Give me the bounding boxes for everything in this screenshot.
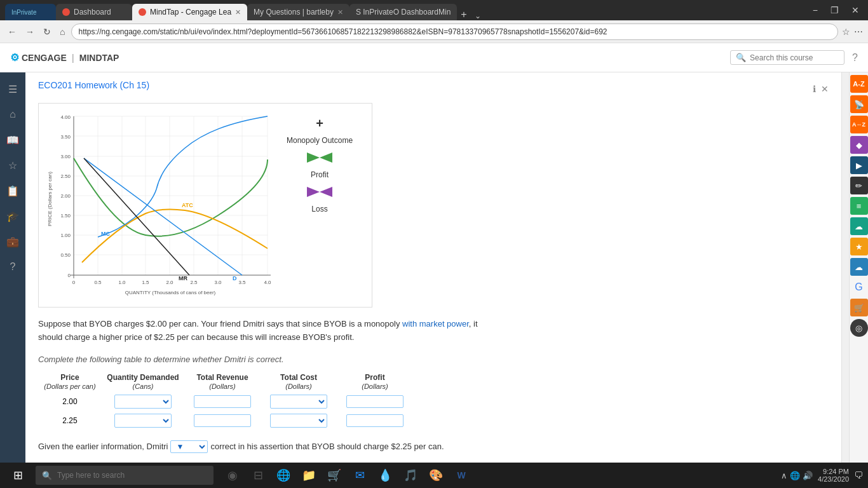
- tool-google[interactable]: G: [850, 278, 868, 296]
- taskbar-time[interactable]: 9:24 PM 4/23/2020: [818, 468, 849, 483]
- network-icon[interactable]: 🌐: [790, 471, 800, 480]
- sidebar-item-home[interactable]: ⌂: [1, 103, 24, 126]
- svg-text:1.5: 1.5: [142, 280, 149, 285]
- svg-text:3.0: 3.0: [214, 280, 222, 285]
- col-header-cost: Total Cost (Dollars): [261, 372, 337, 392]
- window-controls: − ❐ ✕: [809, 4, 863, 17]
- legend-plus-icon: +: [316, 116, 323, 131]
- search-input[interactable]: [750, 53, 832, 62]
- tool-blue[interactable]: ▶: [850, 156, 868, 174]
- tool-blue2[interactable]: ☁: [850, 258, 868, 276]
- sidebar-item-notes[interactable]: 📋: [1, 179, 24, 202]
- qty-cell-2[interactable]: [102, 411, 184, 430]
- sidebar-item-briefcase[interactable]: 💼: [1, 230, 24, 253]
- tab-inprivate[interactable]: InPrivate: [5, 4, 56, 20]
- profit-cell-2[interactable]: [337, 411, 413, 430]
- bookmark-icon[interactable]: ☆: [842, 27, 850, 37]
- sidebar-item-help[interactable]: ?: [1, 255, 24, 278]
- profit-input-2[interactable]: [346, 414, 403, 427]
- taskbar-explorer[interactable]: 📁: [297, 464, 320, 487]
- qty-dropdown-2[interactable]: [114, 414, 172, 428]
- restore-button[interactable]: ❐: [827, 4, 843, 17]
- cost-dropdown-1[interactable]: [270, 395, 327, 409]
- refresh-button[interactable]: ↻: [41, 24, 53, 39]
- taskbar-task-view[interactable]: ⊟: [247, 464, 269, 487]
- taskbar: ⊞ 🔍 ◉ ⊟ 🌐 📁 🛒 ✉ 💧 🎵 🎨 W ∧ 🌐 🔊 9:24 PM 4/…: [0, 463, 868, 488]
- close-window-button[interactable]: ✕: [848, 4, 863, 17]
- question-dropdown[interactable]: ▼ is is not: [170, 440, 208, 453]
- table-intro: Complete the following table to determin…: [38, 355, 829, 364]
- taskbar-system-icons: ∧ 🌐 🔊: [781, 471, 813, 480]
- tool-az2[interactable]: A↔Z: [850, 116, 868, 133]
- question-line: Given the earlier information, Dmitri ▼ …: [38, 440, 829, 453]
- start-button[interactable]: ⊞: [5, 464, 31, 487]
- rev-input-1[interactable]: [194, 395, 251, 408]
- notification-icon[interactable]: 🗨: [854, 470, 863, 480]
- tool-purple[interactable]: ◆: [850, 136, 868, 154]
- taskbar-word[interactable]: W: [450, 464, 473, 487]
- tab-close-icon[interactable]: ✕: [235, 8, 241, 17]
- tool-circle[interactable]: ◎: [850, 319, 868, 337]
- tool-cart[interactable]: 🛒: [850, 299, 868, 316]
- qty-cell-1[interactable]: [102, 392, 184, 411]
- taskbar-search-input[interactable]: [57, 471, 197, 480]
- forward-button[interactable]: →: [23, 24, 37, 39]
- speaker-icon[interactable]: 🔊: [803, 471, 813, 480]
- tool-teal[interactable]: ☁: [850, 217, 868, 235]
- cost-cell-1[interactable]: [261, 392, 337, 411]
- cost-dropdown-2[interactable]: [270, 414, 327, 428]
- taskbar-search[interactable]: 🔍: [36, 466, 214, 485]
- para-highlight: with market power: [402, 319, 469, 329]
- close-panel-icon[interactable]: ✕: [821, 84, 829, 94]
- sidebar-item-book[interactable]: 📖: [1, 128, 24, 151]
- date-display: 4/23/2020: [818, 475, 849, 483]
- economics-chart: .axis-label { font-size: 8px; fill: #555…: [45, 110, 274, 301]
- taskbar-spotify[interactable]: 🎵: [399, 464, 422, 487]
- show-hidden-icon[interactable]: ∧: [781, 471, 787, 480]
- chart-section: .axis-label { font-size: 8px; fill: #555…: [38, 103, 372, 308]
- main-layout: ☰ ⌂ 📖 ☆ 📋 🎓 💼 ? ☰ ECO201 Homework (Ch 15…: [0, 72, 868, 488]
- search-bar[interactable]: 🔍: [730, 50, 844, 65]
- favorites-icon[interactable]: ⋯: [854, 27, 863, 37]
- svg-text:0: 0: [68, 273, 71, 278]
- sidebar-item-graduation[interactable]: 🎓: [1, 205, 24, 227]
- url-input[interactable]: [71, 24, 838, 40]
- home-button[interactable]: ⌂: [57, 24, 67, 39]
- qty-dropdown-1[interactable]: [114, 395, 172, 409]
- tool-rss[interactable]: 📡: [850, 95, 868, 113]
- tab-list-button[interactable]: ⌄: [471, 11, 485, 20]
- new-tab-button[interactable]: +: [457, 9, 470, 20]
- tool-dark[interactable]: ✏: [850, 177, 868, 194]
- taskbar-cortana[interactable]: ◉: [221, 464, 244, 487]
- minimize-button[interactable]: −: [809, 4, 822, 17]
- tool-yellow[interactable]: ★: [850, 238, 868, 255]
- back-button[interactable]: ←: [5, 24, 19, 39]
- taskbar-mail[interactable]: ✉: [348, 464, 371, 487]
- taskbar-store[interactable]: 🛒: [323, 464, 346, 487]
- taskbar-powerpoint[interactable]: 🎨: [424, 464, 447, 487]
- taskbar-right: ∧ 🌐 🔊 9:24 PM 4/23/2020 🗨: [781, 468, 863, 483]
- tab-close-icon-2[interactable]: ✕: [337, 8, 343, 17]
- rev-cell-1[interactable]: [184, 392, 261, 411]
- info-icon[interactable]: ℹ: [813, 84, 816, 94]
- svg-text:MC: MC: [101, 231, 110, 237]
- sidebar-item-star[interactable]: ☆: [1, 154, 24, 177]
- taskbar-edge[interactable]: 🌐: [272, 464, 295, 487]
- taskbar-dropbox[interactable]: 💧: [374, 464, 397, 487]
- tab-bartleby[interactable]: My Questions | bartleby ✕: [247, 4, 349, 20]
- scroll-area[interactable]: [841, 72, 849, 488]
- sidebar-item-menu[interactable]: ☰: [1, 78, 24, 100]
- tab-mindtap[interactable]: MindTap - Cengage Lea ✕: [132, 4, 247, 20]
- help-icon[interactable]: ?: [852, 52, 858, 64]
- rev-cell-2[interactable]: [184, 411, 261, 430]
- rev-input-2[interactable]: [194, 414, 251, 427]
- tab-sdash[interactable]: S InPrivateO DashboardMin: [349, 4, 457, 20]
- tool-green[interactable]: ≡: [850, 197, 868, 215]
- loss-icon: [304, 184, 336, 200]
- profit-input-1[interactable]: [346, 395, 403, 408]
- tool-az[interactable]: A-Z: [850, 75, 868, 93]
- profit-cell-1[interactable]: [337, 392, 413, 411]
- tab-dashboard[interactable]: Dashboard: [56, 4, 132, 20]
- cost-cell-2[interactable]: [261, 411, 337, 430]
- tab-strip: InPrivate Dashboard MindTap - Cengage Le…: [5, 0, 801, 20]
